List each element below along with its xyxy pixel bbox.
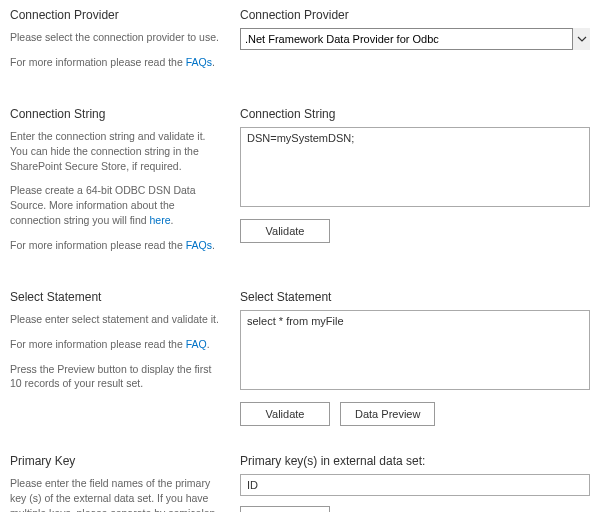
section-title: Connection String [10, 107, 220, 121]
left-col: Connection Provider Please select the co… [10, 8, 240, 79]
primary-key-input[interactable] [240, 474, 590, 496]
right-col: Connection Provider .Net Framework Data … [240, 8, 590, 79]
section-title: Select Statement [10, 290, 220, 304]
section-connection-provider: Connection Provider Please select the co… [10, 8, 590, 79]
field-label: Primary key(s) in external data set: [240, 454, 590, 468]
right-col: Select Statement Validate Data Preview [240, 290, 590, 426]
section-desc: Please enter select statement and valida… [10, 312, 220, 327]
section-connection-string: Connection String Enter the connection s… [10, 107, 590, 262]
more-info-text: For more information please read the FAQ… [10, 238, 220, 253]
validate-button[interactable]: Validate [240, 219, 330, 243]
connection-string-input[interactable] [240, 127, 590, 207]
faq-link[interactable]: FAQ [186, 338, 207, 350]
field-label: Select Statement [240, 290, 590, 304]
section-desc: Please enter the field names of the prim… [10, 476, 220, 512]
left-col: Select Statement Please enter select sta… [10, 290, 240, 426]
button-row: Validate Data Preview [240, 402, 590, 426]
right-col: Connection String Validate [240, 107, 590, 262]
left-col: Connection String Enter the connection s… [10, 107, 240, 262]
section-desc: Please select the connection provider to… [10, 30, 220, 45]
more-info-text: For more information please read the FAQ… [10, 337, 220, 352]
section-primary-key: Primary Key Please enter the field names… [10, 454, 590, 512]
section-desc: Enter the connection string and validate… [10, 129, 220, 173]
left-col: Primary Key Please enter the field names… [10, 454, 240, 512]
button-row: Validate [240, 506, 590, 512]
section-desc-2: Please create a 64-bit ODBC DSN Data Sou… [10, 183, 220, 227]
provider-select-wrap: .Net Framework Data Provider for Odbc [240, 28, 590, 50]
section-title: Connection Provider [10, 8, 220, 22]
here-link[interactable]: here [150, 214, 171, 226]
section-title: Primary Key [10, 454, 220, 468]
right-col: Primary key(s) in external data set: Val… [240, 454, 590, 512]
section-select-statement: Select Statement Please enter select sta… [10, 290, 590, 426]
data-preview-button[interactable]: Data Preview [340, 402, 435, 426]
section-desc-2: Press the Preview button to display the … [10, 362, 220, 391]
select-statement-input[interactable] [240, 310, 590, 390]
button-row: Validate [240, 219, 590, 243]
more-info-text: For more information please read the FAQ… [10, 55, 220, 70]
field-label: Connection String [240, 107, 590, 121]
faq-link[interactable]: FAQs [186, 239, 212, 251]
validate-button[interactable]: Validate [240, 402, 330, 426]
connection-provider-select[interactable]: .Net Framework Data Provider for Odbc [240, 28, 590, 50]
field-label: Connection Provider [240, 8, 590, 22]
validate-button[interactable]: Validate [240, 506, 330, 512]
faq-link[interactable]: FAQs [186, 56, 212, 68]
